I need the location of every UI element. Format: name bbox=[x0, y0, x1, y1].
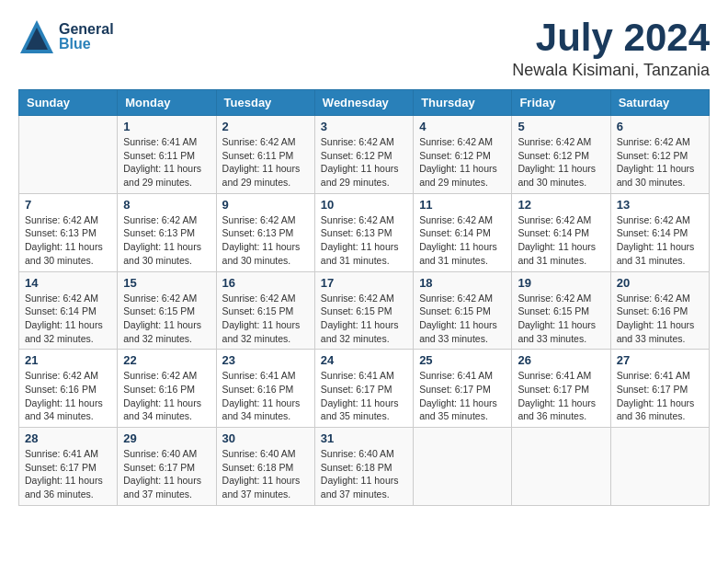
day-info: Sunrise: 6:42 AM Sunset: 6:14 PM Dayligh… bbox=[419, 213, 506, 268]
day-info: Sunrise: 6:42 AM Sunset: 6:13 PM Dayligh… bbox=[25, 213, 111, 268]
day-number: 9 bbox=[222, 198, 309, 212]
calendar-cell: 31Sunrise: 6:40 AM Sunset: 6:18 PM Dayli… bbox=[314, 428, 413, 506]
calendar-cell: 18Sunrise: 6:42 AM Sunset: 6:15 PM Dayli… bbox=[414, 271, 512, 350]
day-info: Sunrise: 6:41 AM Sunset: 6:17 PM Dayligh… bbox=[419, 369, 506, 423]
logo-general: General bbox=[59, 22, 114, 37]
calendar-week-3: 14Sunrise: 6:42 AM Sunset: 6:14 PM Dayli… bbox=[19, 271, 710, 350]
day-number: 26 bbox=[518, 353, 604, 367]
day-number: 14 bbox=[25, 276, 111, 290]
day-number: 18 bbox=[419, 276, 506, 290]
day-number: 5 bbox=[518, 120, 604, 133]
location-title: Newala Kisimani, Tanzania bbox=[512, 61, 710, 80]
day-info: Sunrise: 6:42 AM Sunset: 6:13 PM Dayligh… bbox=[321, 213, 407, 268]
day-number: 8 bbox=[123, 198, 210, 212]
day-info: Sunrise: 6:42 AM Sunset: 6:14 PM Dayligh… bbox=[25, 292, 111, 346]
calendar-cell: 4Sunrise: 6:42 AM Sunset: 6:12 PM Daylig… bbox=[414, 116, 512, 194]
calendar-cell: 30Sunrise: 6:40 AM Sunset: 6:18 PM Dayli… bbox=[216, 428, 314, 506]
day-number: 28 bbox=[25, 431, 111, 445]
calendar-cell: 15Sunrise: 6:42 AM Sunset: 6:15 PM Dayli… bbox=[118, 271, 216, 350]
calendar-cell bbox=[512, 428, 610, 506]
calendar-header: SundayMondayTuesdayWednesdayThursdayFrid… bbox=[19, 90, 710, 116]
day-number: 2 bbox=[222, 120, 309, 133]
calendar-week-4: 21Sunrise: 6:42 AM Sunset: 6:16 PM Dayli… bbox=[19, 350, 710, 428]
weekday-header-monday: Monday bbox=[118, 90, 216, 116]
day-info: Sunrise: 6:40 AM Sunset: 6:18 PM Dayligh… bbox=[321, 447, 407, 501]
day-info: Sunrise: 6:42 AM Sunset: 6:13 PM Dayligh… bbox=[123, 213, 210, 268]
calendar-cell bbox=[19, 116, 118, 194]
day-info: Sunrise: 6:42 AM Sunset: 6:15 PM Dayligh… bbox=[321, 292, 407, 346]
day-info: Sunrise: 6:41 AM Sunset: 6:11 PM Dayligh… bbox=[123, 135, 210, 190]
day-info: Sunrise: 6:40 AM Sunset: 6:17 PM Dayligh… bbox=[123, 447, 210, 501]
day-number: 4 bbox=[419, 120, 506, 133]
day-info: Sunrise: 6:42 AM Sunset: 6:12 PM Dayligh… bbox=[518, 135, 604, 190]
day-number: 21 bbox=[25, 353, 111, 367]
day-number: 12 bbox=[518, 198, 604, 212]
calendar-cell: 10Sunrise: 6:42 AM Sunset: 6:13 PM Dayli… bbox=[314, 193, 413, 271]
day-number: 11 bbox=[419, 198, 506, 212]
calendar-cell: 2Sunrise: 6:42 AM Sunset: 6:11 PM Daylig… bbox=[216, 116, 314, 194]
weekday-header-sunday: Sunday bbox=[19, 90, 118, 116]
day-number: 17 bbox=[321, 276, 407, 290]
day-number: 13 bbox=[617, 198, 703, 212]
calendar-cell: 24Sunrise: 6:41 AM Sunset: 6:17 PM Dayli… bbox=[314, 350, 413, 428]
calendar-cell: 14Sunrise: 6:42 AM Sunset: 6:14 PM Dayli… bbox=[19, 271, 118, 350]
calendar-cell: 6Sunrise: 6:42 AM Sunset: 6:12 PM Daylig… bbox=[610, 116, 709, 194]
calendar-cell: 11Sunrise: 6:42 AM Sunset: 6:14 PM Dayli… bbox=[414, 193, 512, 271]
calendar-cell: 9Sunrise: 6:42 AM Sunset: 6:13 PM Daylig… bbox=[216, 193, 314, 271]
day-number: 20 bbox=[617, 276, 703, 290]
calendar-week-2: 7Sunrise: 6:42 AM Sunset: 6:13 PM Daylig… bbox=[19, 193, 710, 271]
day-number: 15 bbox=[123, 276, 210, 290]
day-info: Sunrise: 6:42 AM Sunset: 6:15 PM Dayligh… bbox=[123, 292, 210, 346]
weekday-header-thursday: Thursday bbox=[414, 90, 512, 116]
calendar-cell: 8Sunrise: 6:42 AM Sunset: 6:13 PM Daylig… bbox=[118, 193, 216, 271]
calendar-cell: 12Sunrise: 6:42 AM Sunset: 6:14 PM Dayli… bbox=[512, 193, 610, 271]
day-number: 7 bbox=[25, 198, 111, 212]
day-number: 31 bbox=[321, 431, 407, 445]
day-info: Sunrise: 6:42 AM Sunset: 6:11 PM Dayligh… bbox=[222, 135, 309, 190]
day-info: Sunrise: 6:42 AM Sunset: 6:12 PM Dayligh… bbox=[321, 135, 407, 190]
calendar-cell: 21Sunrise: 6:42 AM Sunset: 6:16 PM Dayli… bbox=[19, 350, 118, 428]
weekday-header-wednesday: Wednesday bbox=[314, 90, 413, 116]
day-info: Sunrise: 6:41 AM Sunset: 6:17 PM Dayligh… bbox=[518, 369, 604, 423]
calendar-week-1: 1Sunrise: 6:41 AM Sunset: 6:11 PM Daylig… bbox=[19, 116, 710, 194]
day-info: Sunrise: 6:41 AM Sunset: 6:17 PM Dayligh… bbox=[25, 447, 111, 501]
day-info: Sunrise: 6:41 AM Sunset: 6:17 PM Dayligh… bbox=[321, 369, 407, 423]
weekday-header-saturday: Saturday bbox=[610, 90, 709, 116]
day-number: 25 bbox=[419, 353, 506, 367]
calendar-cell: 29Sunrise: 6:40 AM Sunset: 6:17 PM Dayli… bbox=[118, 428, 216, 506]
calendar-cell bbox=[610, 428, 709, 506]
day-number: 16 bbox=[222, 276, 309, 290]
day-info: Sunrise: 6:41 AM Sunset: 6:17 PM Dayligh… bbox=[617, 369, 703, 423]
day-info: Sunrise: 6:42 AM Sunset: 6:14 PM Dayligh… bbox=[617, 213, 703, 268]
day-info: Sunrise: 6:42 AM Sunset: 6:12 PM Dayligh… bbox=[419, 135, 506, 190]
day-number: 3 bbox=[321, 120, 407, 133]
day-info: Sunrise: 6:42 AM Sunset: 6:14 PM Dayligh… bbox=[518, 213, 604, 268]
day-info: Sunrise: 6:42 AM Sunset: 6:16 PM Dayligh… bbox=[123, 369, 210, 423]
calendar-cell: 23Sunrise: 6:41 AM Sunset: 6:16 PM Dayli… bbox=[216, 350, 314, 428]
day-info: Sunrise: 6:42 AM Sunset: 6:16 PM Dayligh… bbox=[25, 369, 111, 423]
day-number: 6 bbox=[617, 120, 703, 133]
day-number: 27 bbox=[617, 353, 703, 367]
logo-blue: Blue bbox=[59, 37, 114, 52]
day-info: Sunrise: 6:40 AM Sunset: 6:18 PM Dayligh… bbox=[222, 447, 309, 501]
day-number: 29 bbox=[123, 431, 210, 445]
calendar-cell: 20Sunrise: 6:42 AM Sunset: 6:16 PM Dayli… bbox=[610, 271, 709, 350]
day-info: Sunrise: 6:42 AM Sunset: 6:13 PM Dayligh… bbox=[222, 213, 309, 268]
calendar-cell: 25Sunrise: 6:41 AM Sunset: 6:17 PM Dayli… bbox=[414, 350, 512, 428]
day-number: 30 bbox=[222, 431, 309, 445]
day-info: Sunrise: 6:42 AM Sunset: 6:15 PM Dayligh… bbox=[222, 292, 309, 346]
month-title: July 2024 bbox=[512, 18, 710, 57]
day-number: 19 bbox=[518, 276, 604, 290]
calendar-cell: 22Sunrise: 6:42 AM Sunset: 6:16 PM Dayli… bbox=[118, 350, 216, 428]
day-number: 10 bbox=[321, 198, 407, 212]
day-info: Sunrise: 6:42 AM Sunset: 6:15 PM Dayligh… bbox=[518, 292, 604, 346]
calendar-cell: 3Sunrise: 6:42 AM Sunset: 6:12 PM Daylig… bbox=[314, 116, 413, 194]
day-info: Sunrise: 6:42 AM Sunset: 6:12 PM Dayligh… bbox=[617, 135, 703, 190]
calendar-week-5: 28Sunrise: 6:41 AM Sunset: 6:17 PM Dayli… bbox=[19, 428, 710, 506]
day-number: 23 bbox=[222, 353, 309, 367]
calendar-cell: 28Sunrise: 6:41 AM Sunset: 6:17 PM Dayli… bbox=[19, 428, 118, 506]
calendar-cell: 7Sunrise: 6:42 AM Sunset: 6:13 PM Daylig… bbox=[19, 193, 118, 271]
page-header: General Blue July 2024 Newala Kisimani, … bbox=[18, 18, 710, 80]
calendar-cell: 17Sunrise: 6:42 AM Sunset: 6:15 PM Dayli… bbox=[314, 271, 413, 350]
calendar-table: SundayMondayTuesdayWednesdayThursdayFrid… bbox=[18, 89, 710, 506]
